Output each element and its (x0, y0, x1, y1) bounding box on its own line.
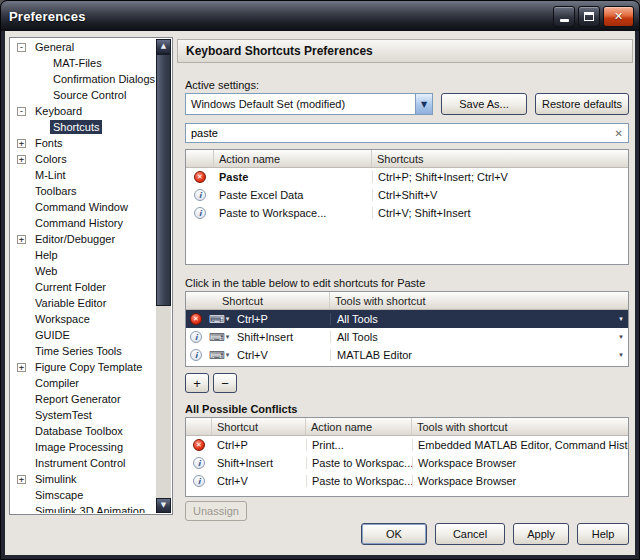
ok-button[interactable]: OK (361, 523, 427, 545)
tree-item-fonts[interactable]: +Fonts (11, 135, 156, 151)
tree-item-figure-copy-template[interactable]: +Figure Copy Template (11, 359, 156, 375)
tree-item-label: Compiler (32, 376, 82, 390)
tools-dropdown-icon[interactable]: ▾ (614, 351, 628, 359)
column-header-status[interactable] (186, 150, 214, 167)
keyboard-shortcut-editor[interactable]: ⌨▾ (206, 331, 232, 344)
tree-item-image-processing[interactable]: Image Processing (11, 439, 156, 455)
tools-dropdown-icon[interactable]: ▾ (614, 333, 628, 341)
column-header-tools-with-shortcut[interactable]: Tools with shortcut (412, 418, 628, 435)
save-as-button[interactable]: Save As... (441, 93, 527, 115)
column-header-shortcut[interactable]: Shortcut (186, 292, 330, 309)
tree-item-simscape[interactable]: Simscape (11, 487, 156, 503)
tools-dropdown-icon[interactable]: ▾ (614, 315, 628, 323)
shortcut-search-box[interactable]: ✕ (185, 123, 629, 143)
close-button[interactable]: ✕ (603, 6, 634, 27)
tree-item-help[interactable]: Help (11, 247, 156, 263)
tree-item-systemtest[interactable]: SystemTest (11, 407, 156, 423)
scrollbar-thumb[interactable] (156, 54, 171, 306)
scroll-down-icon[interactable]: ▼ (156, 498, 171, 513)
table-row[interactable]: i Paste to Workspace... Ctrl+V; Shift+In… (186, 204, 628, 222)
table-row[interactable]: ✕ ⌨▾ Ctrl+P All Tools ▾ (186, 310, 628, 328)
expand-icon[interactable]: + (17, 475, 26, 484)
keyboard-shortcut-editor[interactable]: ⌨▾ (206, 349, 232, 362)
table-row[interactable]: i Shift+Insert Paste to Workspac... Work… (186, 454, 628, 472)
keyboard-icon: ⌨ (209, 331, 225, 344)
action-name-cell: Paste to Workspac... (306, 457, 412, 469)
column-header-shortcut[interactable]: Shortcut (212, 418, 306, 435)
tree-item-m-lint[interactable]: M-Lint (11, 167, 156, 183)
tree-item-colors[interactable]: +Colors (11, 151, 156, 167)
remove-shortcut-button[interactable]: − (213, 373, 237, 393)
tree-item-variable-editor[interactable]: Variable Editor (11, 295, 156, 311)
titlebar[interactable]: Preferences ✕ (1, 1, 639, 31)
table-row[interactable]: ✕ Ctrl+P Print... Embedded MATLAB Editor… (186, 436, 628, 454)
tree-item-workspace[interactable]: Workspace (11, 311, 156, 327)
tree-item-label: Web (32, 264, 60, 278)
collapse-icon[interactable]: - (17, 43, 26, 52)
tree-item-instrument-control[interactable]: Instrument Control (11, 455, 156, 471)
table-row[interactable]: i ⌨▾ Ctrl+V MATLAB Editor ▾ (186, 346, 628, 364)
tree-scrollbar[interactable]: ▲ ▼ (156, 39, 171, 513)
table-row[interactable]: i Paste Excel Data Ctrl+Shift+V (186, 186, 628, 204)
column-header-shortcuts[interactable]: Shortcuts (372, 150, 628, 167)
scroll-up-icon[interactable]: ▲ (156, 39, 171, 54)
column-header-action-name[interactable]: Action name (214, 150, 372, 167)
tree-item-label: M-Lint (32, 168, 69, 182)
tree-item-keyboard[interactable]: -Keyboard (11, 103, 156, 119)
tree-item-compiler[interactable]: Compiler (11, 375, 156, 391)
apply-button[interactable]: Apply (513, 523, 569, 545)
column-header-status[interactable] (186, 418, 212, 435)
tree-item-guide[interactable]: GUIDE (11, 327, 156, 343)
table-row[interactable]: ✕ Paste Ctrl+P; Shift+Insert; Ctrl+V (186, 168, 628, 186)
keyboard-shortcuts-pane: Keyboard Shortcuts Preferences Active se… (177, 31, 633, 557)
shortcuts-cell: Ctrl+V; Shift+Insert (372, 207, 628, 219)
tree-item-report-generator[interactable]: Report Generator (11, 391, 156, 407)
expand-icon[interactable]: + (17, 155, 26, 164)
tools-cell: Workspace Browser (412, 475, 628, 487)
add-shortcut-button[interactable]: + (185, 373, 209, 393)
expand-icon[interactable]: + (17, 363, 26, 372)
chevron-down-icon[interactable]: ▼ (415, 94, 432, 114)
preferences-window: Preferences ✕ -General MAT-Files Confirm… (0, 0, 640, 560)
tree-item-source-control[interactable]: Source Control (11, 87, 156, 103)
tree-item-mat-files[interactable]: MAT-Files (11, 55, 156, 71)
tree-item-shortcuts[interactable]: Shortcuts (11, 119, 156, 135)
help-button[interactable]: Help (577, 523, 629, 545)
column-header-tools-with-shortcut[interactable]: Tools with shortcut (330, 292, 628, 309)
tree-item-simulink-3d-animation[interactable]: Simulink 3D Animation (11, 503, 156, 513)
tree-item-time-series-tools[interactable]: Time Series Tools (11, 343, 156, 359)
tree-item-confirmation-dialogs[interactable]: Confirmation Dialogs (11, 71, 156, 87)
active-settings-dropdown[interactable]: Windows Default Set (modified) ▼ (185, 93, 433, 115)
tree-item-command-history[interactable]: Command History (11, 215, 156, 231)
search-input[interactable] (191, 127, 615, 139)
table-row[interactable]: i ⌨▾ Shift+Insert All Tools ▾ (186, 328, 628, 346)
conflicts-table-header: Shortcut Action name Tools with shortcut (186, 418, 628, 436)
keyboard-shortcut-editor[interactable]: ⌨▾ (206, 313, 232, 326)
minimize-button[interactable] (553, 6, 575, 27)
restore-defaults-button[interactable]: Restore defaults (535, 93, 629, 115)
maximize-button[interactable] (578, 6, 600, 27)
chevron-down-icon: ▾ (226, 315, 230, 323)
tree-item-label: General (32, 40, 77, 54)
clear-search-icon[interactable]: ✕ (615, 128, 623, 139)
tree-item-web[interactable]: Web (11, 263, 156, 279)
tree-item-label: Database Toolbox (32, 424, 126, 438)
table-row[interactable]: i Ctrl+V Paste to Workspac... Workspace … (186, 472, 628, 490)
tree-item-general[interactable]: -General (11, 39, 156, 55)
tree-item-label: Fonts (32, 136, 66, 150)
tree-item-toolbars[interactable]: Toolbars (11, 183, 156, 199)
tree-item-label: Simulink (32, 472, 80, 486)
column-header-action-name[interactable]: Action name (306, 418, 412, 435)
expand-icon[interactable]: + (17, 235, 26, 244)
info-icon: i (194, 207, 206, 219)
tree-item-editor-debugger[interactable]: +Editor/Debugger (11, 231, 156, 247)
cancel-button[interactable]: Cancel (435, 523, 505, 545)
tree-item-simulink[interactable]: +Simulink (11, 471, 156, 487)
client-area: -General MAT-Files Confirmation Dialogs … (5, 31, 635, 555)
tree-item-current-folder[interactable]: Current Folder (11, 279, 156, 295)
collapse-icon[interactable]: - (17, 107, 26, 116)
action-name-cell: Print... (306, 439, 412, 451)
expand-icon[interactable]: + (17, 139, 26, 148)
tree-item-database-toolbox[interactable]: Database Toolbox (11, 423, 156, 439)
tree-item-command-window[interactable]: Command Window (11, 199, 156, 215)
